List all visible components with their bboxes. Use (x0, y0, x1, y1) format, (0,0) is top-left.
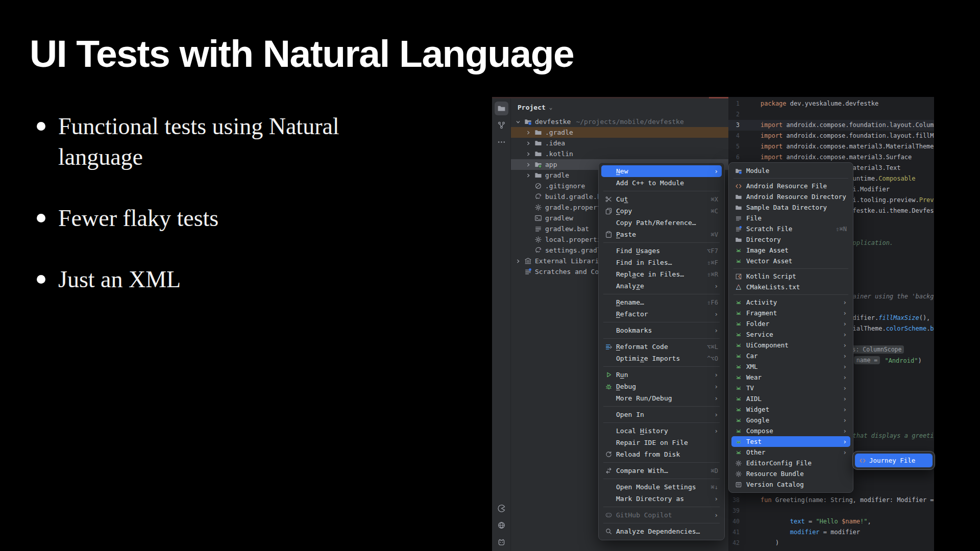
menu-item-xml[interactable]: XML› (731, 361, 850, 372)
chevron-down-icon (514, 118, 522, 126)
submenu-arrow-icon: › (714, 495, 718, 503)
chevron-right-icon (525, 140, 532, 147)
menu-item-mark-directory-as[interactable]: Mark Directory as› (601, 493, 722, 505)
profiler-tool-button[interactable] (495, 502, 508, 515)
new-submenu: ModuleAndroid Resource FileAndroid Resou… (728, 162, 853, 493)
code-line: fun Greeting(name: String, modifier: Mod… (761, 495, 934, 506)
menu-item-bookmarks[interactable]: Bookmarks› (601, 324, 722, 336)
menu-item-reload-from-disk[interactable]: Reload from Disk (601, 448, 722, 460)
reload-icon (605, 450, 612, 458)
todo-tool-button[interactable] (495, 535, 508, 549)
menu-item-directory[interactable]: Directory (731, 234, 850, 245)
filelines-icon (534, 225, 542, 233)
tree-item-gradle[interactable]: .gradle (511, 127, 728, 138)
menu-item-cut[interactable]: Cut⌘X (601, 193, 722, 205)
menu-item-copy[interactable]: Copy⌘C (601, 205, 722, 217)
menu-separator (733, 294, 848, 295)
menu-item-vector-asset[interactable]: Vector Asset (731, 256, 850, 266)
bullet-dot (37, 214, 45, 222)
menu-item-android-resource-file[interactable]: Android Resource File (731, 181, 850, 191)
tree-item-kotlin[interactable]: .kotlin (511, 148, 728, 159)
menu-item-label: EditorConfig File (746, 459, 847, 467)
menu-item-run[interactable]: Run› (601, 369, 722, 381)
menu-item-find-in-files[interactable]: Find in Files…⇧⌘F (601, 257, 722, 268)
menu-item-label: Folder (746, 320, 835, 328)
menu-item-other[interactable]: Other› (731, 447, 850, 458)
menu-item-version-catalog[interactable]: Version Catalog (731, 479, 850, 490)
menu-item-label: Image Asset (746, 246, 847, 254)
menu-item-journey-file[interactable]: Journey File (855, 454, 933, 467)
menu-item-aidl[interactable]: AIDL› (731, 393, 850, 404)
menu-item-label: Copy Path/Reference… (616, 219, 718, 227)
menu-item-image-asset[interactable]: Image Asset (731, 245, 850, 256)
menu-item-google[interactable]: Google› (731, 415, 850, 425)
menu-item-find-usages[interactable]: Find Usages⌥F7 (601, 245, 722, 257)
menu-separator (733, 178, 848, 179)
menu-item-label: Version Catalog (746, 481, 847, 488)
menu-item-repair-ide-on-file[interactable]: Repair IDE on File (601, 437, 722, 448)
menu-item-local-history[interactable]: Local History› (601, 425, 722, 437)
menu-item-more-run-debug[interactable]: More Run/Debug› (601, 392, 722, 404)
menu-item-label: Open Module Settings (616, 483, 703, 491)
menu-item-debug[interactable]: Debug› (601, 381, 722, 392)
project-tool-button[interactable] (495, 102, 508, 115)
code-line: import androidx.compose.material3.Materi… (761, 141, 934, 152)
submenu-arrow-icon: › (714, 394, 718, 402)
project-panel-header[interactable]: Project ⌄ (518, 102, 552, 113)
menu-item-add-c-to-module[interactable]: Add C++ to Module (601, 177, 722, 189)
chevron-right-icon (525, 151, 532, 158)
menu-item-new[interactable]: New› (601, 165, 722, 177)
menu-item-reformat-code[interactable]: Reformat Code⌥⌘L (601, 341, 722, 353)
menu-item-analyze[interactable]: Analyze› (601, 280, 722, 292)
submenu-arrow-icon: › (714, 310, 718, 318)
copilot-icon (605, 511, 612, 519)
menu-item-editorconfig-file[interactable]: EditorConfig File (731, 458, 850, 468)
tree-item-devfestke[interactable]: devfestke~/projects/mobile/devfestke (511, 116, 728, 127)
menu-item-service[interactable]: Service› (731, 329, 850, 340)
menu-item-compare-with[interactable]: Compare With…⌘D (601, 465, 722, 477)
structure-icon (497, 121, 506, 130)
menu-item-activity[interactable]: Activity› (731, 297, 850, 308)
menu-item-copy-path-reference[interactable]: Copy Path/Reference… (601, 217, 722, 229)
menu-item-open-module-settings[interactable]: Open Module Settings⌘↓ (601, 481, 722, 493)
more-tool-windows-button[interactable] (495, 135, 508, 149)
menu-item-replace-in-files[interactable]: Replace in Files…⇧⌘R (601, 268, 722, 280)
menu-item-wear[interactable]: Wear› (731, 372, 850, 383)
menu-item-cmakelists-txt[interactable]: CMakeLists.txt (731, 282, 850, 292)
menu-item-resource-bundle[interactable]: Resource Bundle (731, 468, 850, 479)
menu-item-widget[interactable]: Widget› (731, 404, 850, 415)
android-icon (735, 395, 742, 403)
menu-item-analyze-dependencies[interactable]: Analyze Dependencies… (601, 525, 722, 537)
terminal-icon (534, 214, 542, 222)
menu-item-compose[interactable]: Compose› (731, 425, 850, 436)
menu-item-test[interactable]: Test› (731, 436, 850, 447)
structure-tool-button[interactable] (495, 118, 508, 132)
menu-item-optimize-imports[interactable]: Optimize Imports^⌥O (601, 353, 722, 364)
menu-separator (603, 479, 720, 479)
menu-item-label: Replace in Files… (616, 270, 699, 278)
menu-item-open-in[interactable]: Open In› (601, 409, 722, 420)
bullet-dot (37, 122, 45, 131)
chevron-right-icon (514, 258, 522, 265)
menu-item-scratch-file[interactable]: Scratch File⇧⌘N (731, 223, 850, 234)
bullet-text: Fewer flaky tests (58, 205, 218, 231)
menu-item-android-resource-directory[interactable]: Android Resource Directory (731, 191, 850, 202)
menu-item-folder[interactable]: Folder› (731, 318, 850, 329)
endpoints-tool-button[interactable] (495, 518, 508, 532)
tree-item-label: .gitignore (545, 182, 585, 190)
menu-item-refactor[interactable]: Refactor› (601, 308, 722, 320)
menu-item-paste[interactable]: Paste⌘V (601, 229, 722, 240)
menu-item-fragment[interactable]: Fragment› (731, 308, 850, 318)
submenu-arrow-icon: › (714, 427, 718, 435)
menu-item-github-copilot[interactable]: GitHub Copilot› (601, 509, 722, 521)
menu-item-rename[interactable]: Rename…⇧F6 (601, 296, 722, 308)
android-icon (735, 449, 742, 456)
tree-item-idea[interactable]: .idea (511, 138, 728, 148)
menu-item-file[interactable]: File (731, 213, 850, 223)
menu-item-tv[interactable]: TV› (731, 383, 850, 393)
menu-item-car[interactable]: Car› (731, 350, 850, 361)
menu-item-kotlin-script[interactable]: Kotlin Script (731, 271, 850, 282)
menu-item-sample-data-directory[interactable]: Sample Data Directory (731, 202, 850, 213)
menu-item-uicomponent[interactable]: UiComponent› (731, 340, 850, 350)
menu-item-module[interactable]: Module (731, 165, 850, 176)
